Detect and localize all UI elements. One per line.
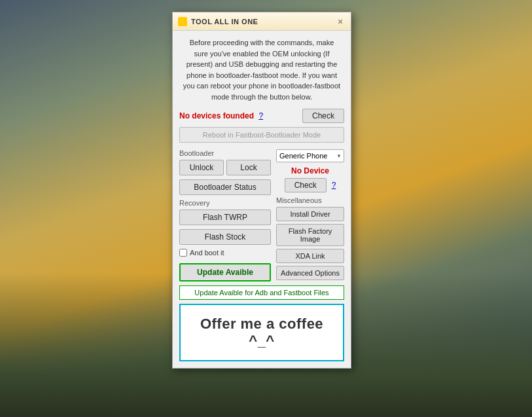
device-select-wrapper: Generic Phone [276,149,344,162]
misc-label: Miscellaneous [276,196,344,204]
check-button-top[interactable]: Check [302,109,344,123]
bootloader-btn-row: Unlock Lock [179,160,271,175]
two-col-layout: Bootloader Unlock Lock Bootloader Status… [179,149,344,283]
update-available-button[interactable]: Update Avaible [179,263,271,281]
device-check-row: Check ? [276,178,344,192]
reboot-fastboot-button[interactable]: Reboot in Fastboot-Bootloader Mode [179,127,344,143]
and-boot-label: And boot it [190,249,224,257]
check-button-device[interactable]: Check [285,178,327,192]
left-column: Bootloader Unlock Lock Bootloader Status… [179,149,271,283]
unlock-button[interactable]: Unlock [179,160,224,175]
device-question-mark[interactable]: ? [332,181,336,190]
window-body: Before proceeding with the commands, mak… [173,31,351,368]
update-bar: Update Avaible for Adb and Fastboot File… [179,285,344,300]
title-text: TOOL ALL IN ONE [191,18,258,26]
and-boot-checkbox[interactable] [179,249,187,257]
bootloader-status-button[interactable]: Bootloader Status [179,179,271,195]
status-row: No devices founded ? Check [179,109,344,123]
coffee-text[interactable]: Offer me a coffee ^_^ [200,316,323,349]
lock-button[interactable]: Lock [226,160,271,175]
close-button[interactable]: × [335,16,346,27]
info-text: Before proceeding with the commands, mak… [179,37,344,102]
advanced-options-button[interactable]: Advanced Options [276,266,344,280]
flash-stock-button[interactable]: Flash Stock [179,229,271,245]
flash-twrp-button[interactable]: Flash TWRP [179,209,271,225]
app-icon: ⚡ [178,17,187,26]
title-bar: ⚡ TOOL ALL IN ONE × [173,12,351,31]
flash-factory-image-button[interactable]: Flash Factory Image [276,224,344,246]
and-boot-row: And boot it [179,249,271,257]
main-window: ⚡ TOOL ALL IN ONE × Before proceeding wi… [172,12,351,369]
status-left: No devices founded ? [179,111,263,120]
title-bar-left: ⚡ TOOL ALL IN ONE [178,17,258,26]
install-driver-button[interactable]: Install Driver [276,207,344,221]
right-column: Generic Phone No Device Check ? Miscella… [276,149,344,283]
recovery-label: Recovery [179,199,271,207]
device-selector[interactable]: Generic Phone [276,149,344,162]
no-device-text: No Device [276,166,344,175]
bootloader-label: Bootloader [179,149,271,157]
question-mark-link[interactable]: ? [258,111,263,120]
no-devices-label: No devices founded [179,111,254,120]
coffee-section[interactable]: Offer me a coffee ^_^ [179,304,344,361]
xda-link-button[interactable]: XDA Link [276,249,344,263]
